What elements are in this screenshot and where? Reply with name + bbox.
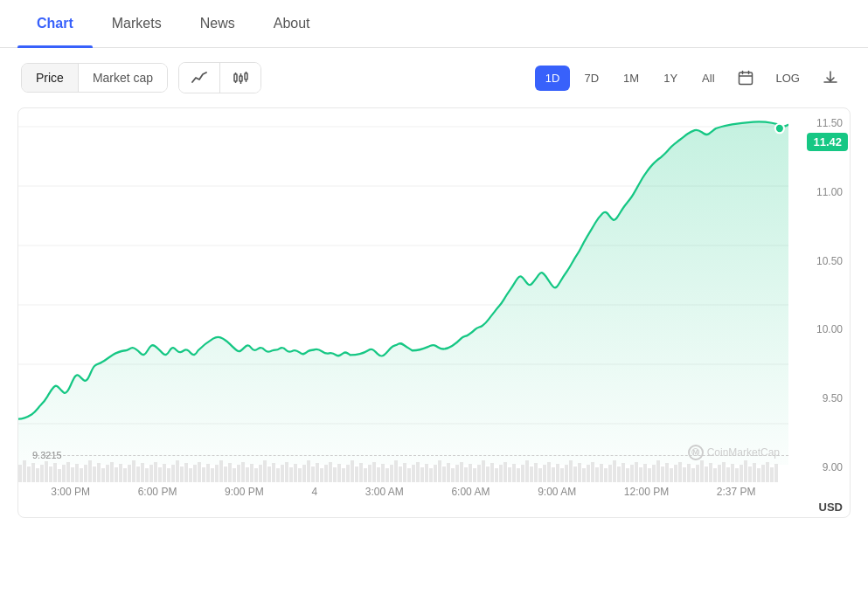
tab-news[interactable]: News	[181, 0, 254, 47]
currency-label: USD	[819, 501, 843, 514]
timeframe-1y[interactable]: 1Y	[653, 66, 688, 91]
x-label-7: 12:00 PM	[624, 486, 669, 498]
x-label-8: 2:37 PM	[717, 486, 756, 498]
log-button[interactable]: LOG	[766, 66, 810, 91]
controls-left: Price Market cap	[21, 62, 261, 93]
y-label-1050: 10.50	[795, 255, 843, 267]
watermark-text: CoinMarketCap	[707, 446, 780, 459]
marketcap-button[interactable]: Market cap	[78, 64, 167, 92]
tab-markets[interactable]: Markets	[93, 0, 181, 47]
timeframe-7d[interactable]: 7D	[573, 66, 609, 91]
tab-about[interactable]: About	[254, 0, 330, 47]
current-price-badge: 11.42	[807, 133, 848, 151]
svg-point-19	[775, 124, 784, 133]
download-button[interactable]	[814, 64, 847, 92]
y-label-900: 9.00	[795, 461, 843, 473]
x-label-1: 6:00 PM	[138, 486, 177, 498]
timeframe-1m[interactable]: 1M	[613, 66, 649, 91]
x-label-4: 3:00 AM	[365, 486, 404, 498]
price-button[interactable]: Price	[22, 64, 78, 92]
y-label-1150: 11.50	[795, 117, 843, 129]
x-axis: 3:00 PM 6:00 PM 9:00 PM 4 3:00 AM 6:00 A…	[18, 466, 788, 517]
y-label-1100: 11.00	[795, 186, 843, 198]
timeframe-1d[interactable]: 1D	[535, 66, 571, 91]
chart-svg-wrapper	[18, 108, 788, 465]
chart-controls: Price Market cap	[0, 48, 868, 107]
x-label-6: 9:00 AM	[538, 486, 576, 498]
svg-rect-0	[234, 74, 237, 81]
svg-rect-6	[245, 73, 247, 79]
price-marketcap-toggle: Price Market cap	[21, 63, 168, 93]
tab-chart[interactable]: Chart	[17, 0, 93, 47]
x-label-0: 3:00 PM	[51, 486, 90, 498]
watermark: Ⓜ CoinMarketCap	[688, 445, 780, 460]
y-axis: 11.50 11.00 10.50 10.00 9.50 9.00	[788, 108, 850, 482]
svg-rect-3	[240, 76, 242, 81]
controls-right: 1D 7D 1M 1Y All LOG	[535, 64, 847, 92]
calendar-button[interactable]	[729, 64, 762, 92]
x-label-2: 9:00 PM	[225, 486, 264, 498]
line-chart-button[interactable]	[179, 63, 219, 93]
candlestick-chart-button[interactable]	[219, 63, 260, 93]
chart-type-toggle	[178, 62, 261, 93]
x-label-5: 6:00 AM	[451, 486, 490, 498]
x-label-3: 4	[311, 486, 317, 498]
y-label-950: 9.50	[795, 392, 843, 404]
chart-container: 11.50 11.00 10.50 10.00 9.50 9.00 11.42	[17, 107, 851, 518]
timeframe-all[interactable]: All	[691, 66, 725, 91]
chart-inner: 11.50 11.00 10.50 10.00 9.50 9.00 11.42	[18, 108, 850, 517]
svg-rect-9	[739, 73, 752, 85]
y-label-1000: 10.00	[795, 323, 843, 335]
tab-bar: Chart Markets News About	[0, 0, 868, 48]
coinmarketcap-icon: Ⓜ	[688, 445, 704, 460]
